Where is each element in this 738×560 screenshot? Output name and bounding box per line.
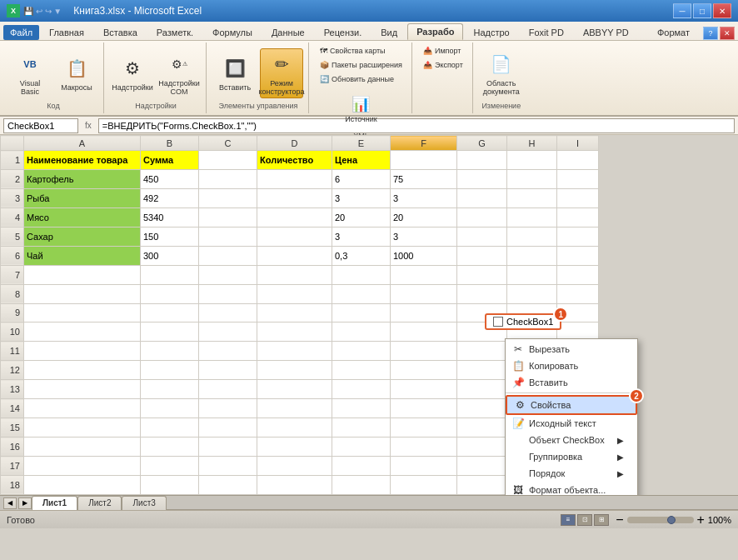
cell-F18[interactable] <box>391 475 457 494</box>
row-header-2[interactable]: 2 <box>1 169 24 188</box>
sheet-tab-2[interactable]: Лист2 <box>77 496 122 510</box>
cell-B5[interactable]: 150 <box>141 227 199 246</box>
cell-H4[interactable] <box>507 208 557 227</box>
cell-B3[interactable]: 492 <box>141 188 199 208</box>
col-header-C[interactable]: C <box>199 136 257 151</box>
cell-C15[interactable] <box>199 418 257 438</box>
cell-A11[interactable] <box>24 342 141 361</box>
cell-G15[interactable] <box>457 418 507 438</box>
document-area-button[interactable]: 📄 Областьдокумента <box>480 48 523 98</box>
cell-B16[interactable] <box>141 438 199 457</box>
cell-F10[interactable] <box>391 322 457 342</box>
cell-D12[interactable] <box>257 361 332 380</box>
cell-A14[interactable] <box>24 399 141 418</box>
tab-formulas[interactable]: Формулы <box>203 24 262 40</box>
cell-B2[interactable]: 450 <box>141 169 199 188</box>
cell-E11[interactable] <box>332 342 391 361</box>
tab-addins[interactable]: Надстро <box>464 24 518 40</box>
cell-A18[interactable] <box>24 475 141 494</box>
cell-B15[interactable] <box>141 418 199 438</box>
window-controls[interactable]: ─ □ ✕ <box>673 3 731 18</box>
cell-E12[interactable] <box>332 361 391 380</box>
cell-D18[interactable] <box>257 475 332 494</box>
row-header-15[interactable]: 15 <box>1 418 24 438</box>
ribbon-close-button[interactable]: ✕ <box>720 27 735 40</box>
cell-I1[interactable] <box>557 151 599 170</box>
cell-D9[interactable] <box>257 303 332 322</box>
context-menu-format[interactable]: 🖼 Формат объекта... <box>506 482 637 495</box>
cell-A2[interactable]: Картофель <box>24 169 141 188</box>
tab-layout[interactable]: Разметк. <box>147 24 202 40</box>
cell-C6[interactable] <box>199 246 257 265</box>
col-header-F[interactable]: F <box>391 136 457 151</box>
cell-B17[interactable] <box>141 457 199 476</box>
cell-C18[interactable] <box>199 475 257 494</box>
cell-F3[interactable]: 3 <box>391 188 457 208</box>
name-box[interactable]: CheckBox1 <box>3 118 78 133</box>
cell-A1[interactable]: Наименование товара <box>24 151 141 170</box>
zoom-out-button[interactable]: − <box>616 512 623 528</box>
cell-D2[interactable] <box>257 169 332 188</box>
row-header-13[interactable]: 13 <box>1 380 24 399</box>
cell-E3[interactable]: 3 <box>332 188 391 208</box>
refresh-data-button[interactable]: 🔄 Обновить данные <box>316 72 398 86</box>
cell-E6[interactable]: 0,3 <box>332 246 391 265</box>
help-icon[interactable]: ? <box>703 27 718 40</box>
cell-B6[interactable]: 300 <box>141 246 199 265</box>
row-header-12[interactable]: 12 <box>1 361 24 380</box>
cell-I4[interactable] <box>557 208 599 227</box>
sheet-tab-3[interactable]: Лист3 <box>122 496 166 510</box>
cell-A8[interactable] <box>24 284 141 303</box>
cell-D14[interactable] <box>257 399 332 418</box>
cell-G18[interactable] <box>457 475 507 494</box>
row-header-9[interactable]: 9 <box>1 303 24 322</box>
row-header-14[interactable]: 14 <box>1 399 24 418</box>
cell-H7[interactable] <box>507 265 557 284</box>
row-header-10[interactable]: 10 <box>1 322 24 342</box>
source-button[interactable]: 📊 Источник <box>342 86 379 132</box>
cell-E15[interactable] <box>332 418 391 438</box>
cell-C11[interactable] <box>199 342 257 361</box>
tab-file[interactable]: Файл <box>3 25 39 40</box>
export-button[interactable]: 📤 Экспорт <box>419 58 467 72</box>
cell-A4[interactable]: Мясо <box>24 208 141 227</box>
cell-G2[interactable] <box>457 169 507 188</box>
cell-F15[interactable] <box>391 418 457 438</box>
row-header-3[interactable]: 3 <box>1 188 24 208</box>
row-header-6[interactable]: 6 <box>1 246 24 265</box>
cell-H3[interactable] <box>507 188 557 208</box>
tab-insert[interactable]: Вставка <box>94 24 147 40</box>
cell-A12[interactable] <box>24 361 141 380</box>
cell-C2[interactable] <box>199 169 257 188</box>
addins-button[interactable]: ⚙ Надстройки <box>111 48 154 98</box>
design-mode-button[interactable]: ✏ Режимконструктора <box>260 48 303 98</box>
checkbox-object[interactable]: CheckBox1 1 <box>485 313 561 330</box>
cell-G4[interactable] <box>457 208 507 227</box>
cell-B10[interactable] <box>141 322 199 342</box>
tab-view[interactable]: Вид <box>371 24 406 40</box>
cell-E14[interactable] <box>332 399 391 418</box>
col-header-E[interactable]: E <box>332 136 391 151</box>
cell-C17[interactable] <box>199 457 257 476</box>
cell-F2[interactable]: 75 <box>391 169 457 188</box>
context-menu-cut[interactable]: ✂ Вырезать <box>506 341 637 358</box>
cell-A13[interactable] <box>24 380 141 399</box>
visual-basic-button[interactable]: VB VisualBasic <box>8 48 52 98</box>
col-header-A[interactable]: A <box>24 136 141 151</box>
row-header-1[interactable]: 1 <box>1 151 24 170</box>
normal-view-button[interactable]: ≡ <box>561 514 576 526</box>
cell-C16[interactable] <box>199 438 257 457</box>
cell-G13[interactable] <box>457 380 507 399</box>
tab-review[interactable]: Рецензи. <box>315 24 371 40</box>
cell-I7[interactable] <box>557 265 599 284</box>
insert-control-button[interactable]: 🔲 Вставить <box>213 48 257 98</box>
cell-G7[interactable] <box>457 265 507 284</box>
cell-G16[interactable] <box>457 438 507 457</box>
cell-I8[interactable] <box>557 284 599 303</box>
cell-F12[interactable] <box>391 361 457 380</box>
cell-E2[interactable]: 6 <box>332 169 391 188</box>
tab-data[interactable]: Данные <box>262 24 314 40</box>
cell-E18[interactable] <box>332 475 391 494</box>
cell-G11[interactable] <box>457 342 507 361</box>
cell-E16[interactable] <box>332 438 391 457</box>
